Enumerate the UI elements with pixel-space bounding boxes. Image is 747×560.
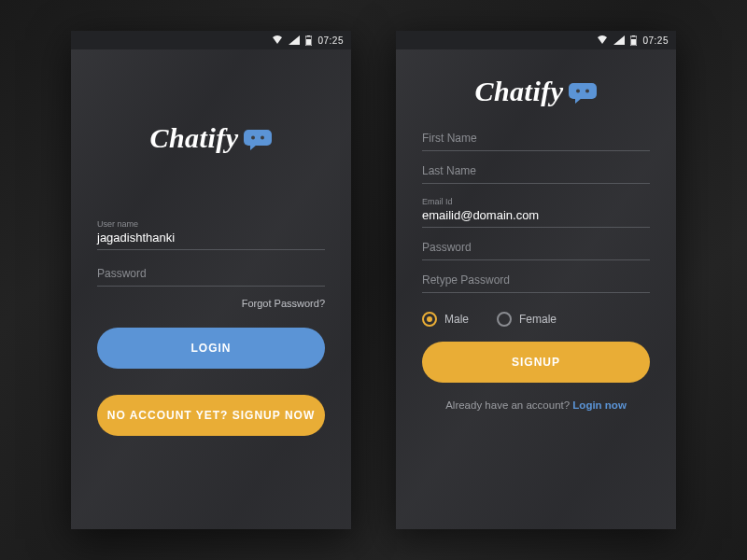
logo-text: Chatify (474, 76, 563, 107)
login-now-link[interactable]: Login now (572, 399, 626, 411)
signal-icon (289, 35, 300, 45)
svg-rect-9 (569, 83, 597, 99)
svg-rect-8 (631, 39, 636, 45)
battery-icon (305, 35, 312, 46)
username-label: User name (97, 219, 325, 229)
gender-male-radio[interactable]: Male (422, 312, 469, 327)
svg-point-5 (261, 136, 264, 140)
wifi-icon (597, 35, 608, 45)
wifi-icon (272, 35, 283, 45)
last-name-field[interactable]: Last Name (422, 164, 650, 184)
svg-point-11 (585, 90, 589, 93)
password-field[interactable]: Password (97, 267, 325, 287)
svg-point-10 (576, 90, 580, 93)
last-name-placeholder: Last Name (422, 164, 650, 184)
app-logo: Chatify (422, 76, 650, 107)
forgot-password-link[interactable]: Forgot Password? (97, 298, 325, 309)
retype-password-field[interactable]: Retype Password (422, 273, 650, 293)
gender-radio-group: Male Female (422, 312, 650, 327)
svg-point-4 (251, 136, 255, 140)
signal-icon (613, 35, 625, 45)
clock: 07:25 (642, 35, 669, 46)
svg-rect-7 (632, 35, 635, 36)
username-field[interactable]: User name jagadishthanki (97, 219, 325, 250)
signup-screen: 07:25 Chatify First Name Last Name Email… (396, 31, 676, 529)
password-field[interactable]: Password (422, 241, 650, 260)
email-label: Email Id (422, 197, 650, 206)
first-name-field[interactable]: First Name (422, 132, 650, 151)
already-have-account: Already have an account? Login now (422, 399, 650, 411)
already-text: Already have an account? (445, 399, 572, 411)
password-placeholder: Password (97, 267, 325, 287)
logo-text: Chatify (149, 122, 238, 154)
signup-button[interactable]: SIGNUP (422, 342, 650, 383)
battery-icon (630, 35, 637, 46)
gender-female-label: Female (519, 313, 557, 326)
svg-rect-2 (306, 39, 311, 45)
svg-rect-3 (244, 130, 272, 146)
radio-icon (497, 312, 512, 327)
email-field[interactable]: Email Id emailid@domain.com (422, 197, 650, 228)
gender-male-label: Male (444, 313, 469, 326)
password-placeholder: Password (422, 241, 650, 260)
clock: 07:25 (317, 35, 344, 46)
retype-password-placeholder: Retype Password (422, 273, 650, 293)
svg-rect-1 (307, 35, 310, 36)
radio-icon (422, 312, 437, 327)
login-screen: 07:25 Chatify User name jagadishthanki P… (71, 31, 351, 529)
username-value: jagadishthanki (97, 231, 325, 250)
first-name-placeholder: First Name (422, 132, 650, 151)
app-logo: Chatify (97, 122, 325, 154)
login-button[interactable]: LOGIN (97, 328, 325, 369)
signup-now-button[interactable]: NO ACCOUNT YET? SIGNUP NOW (97, 395, 325, 436)
status-bar: 07:25 (396, 31, 676, 49)
email-value: emailid@domain.com (422, 208, 650, 228)
chat-bubble-icon (243, 129, 273, 151)
status-bar: 07:25 (71, 31, 351, 49)
gender-female-radio[interactable]: Female (497, 312, 557, 327)
chat-bubble-icon (568, 82, 598, 105)
